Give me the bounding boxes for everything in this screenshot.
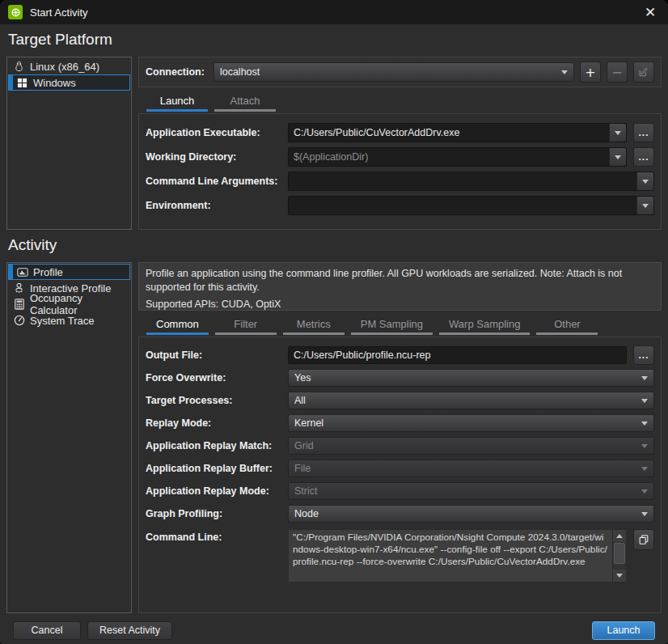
connection-label: Connection:: [146, 66, 205, 78]
chevron-down-icon: [561, 70, 568, 74]
command-line-label: Command Line:: [146, 529, 288, 543]
output-file-row: Output File: C:/Users/Public/profile.ncu…: [146, 346, 654, 364]
application-replay-buffer-label: Application Replay Buffer:: [146, 463, 288, 474]
activity-item-profile[interactable]: Profile: [8, 264, 130, 280]
connection-select[interactable]: localhost: [214, 62, 574, 82]
add-connection-button[interactable]: +: [580, 61, 601, 83]
working-directory-row: Working Directory: $(ApplicationDir) ...: [146, 147, 654, 167]
chevron-down-icon[interactable]: [609, 148, 626, 166]
platform-list: Linux (x86_64) Windows: [6, 57, 132, 230]
application-executable-label: Application Executable:: [146, 127, 288, 138]
tab-warp-sampling[interactable]: Warp Sampling: [439, 314, 530, 335]
working-directory-label: Working Directory:: [146, 151, 288, 163]
force-overwrite-label: Force Overwrite:: [146, 372, 288, 383]
environment-label: Environment:: [146, 200, 288, 211]
tab-common[interactable]: Common: [146, 314, 209, 335]
application-executable-browse-button[interactable]: ...: [633, 123, 654, 142]
application-executable-combo[interactable]: C:/Users/Public/CuVectorAddDrv.exe: [288, 123, 627, 142]
chevron-down-icon: [641, 444, 648, 448]
replay-mode-row: Replay Mode: Kernel: [146, 414, 654, 432]
output-file-browse-button[interactable]: ...: [633, 345, 654, 365]
graph-profiling-select[interactable]: Node: [288, 505, 654, 523]
command-line-arguments-combo[interactable]: [288, 172, 654, 191]
target-processes-select[interactable]: All: [288, 392, 654, 409]
close-icon[interactable]: ✕: [641, 2, 660, 22]
calculator-icon: [13, 299, 25, 311]
scrollbar[interactable]: [612, 530, 626, 582]
tab-launch[interactable]: Launch: [146, 91, 208, 112]
target-platform-heading: Target Platform: [8, 31, 662, 52]
activity-item-system-trace[interactable]: System Trace: [8, 312, 130, 328]
activity-heading: Activity: [8, 236, 662, 257]
command-line-text: "C:/Program Files/NVIDIA Corporation/Nsi…: [289, 530, 612, 582]
common-settings-group: Output File: C:/Users/Public/profile.ncu…: [138, 337, 662, 613]
tab-pm-sampling[interactable]: PM Sampling: [351, 314, 433, 335]
reset-activity-button[interactable]: Reset Activity: [87, 621, 172, 640]
chevron-down-icon: [641, 467, 648, 471]
graph-profiling-label: Graph Profiling:: [146, 508, 288, 519]
chevron-down-icon[interactable]: [636, 172, 653, 190]
target-processes-label: Target Processes:: [146, 395, 288, 406]
activity-supported-apis: Supported APIs: CUDA, OptiX: [146, 298, 654, 311]
tab-filter[interactable]: Filter: [215, 314, 277, 335]
person-icon: [13, 282, 25, 294]
target-processes-row: Target Processes: All: [146, 392, 654, 409]
activity-item-label: System Trace: [30, 315, 94, 327]
window-title: Start Activity: [30, 6, 88, 19]
application-replay-buffer-select: File: [288, 460, 654, 477]
command-line-preview: "C:/Program Files/NVIDIA Corporation/Nsi…: [288, 529, 627, 583]
application-replay-mode-select: Strict: [288, 482, 654, 500]
chevron-down-icon: [641, 422, 648, 426]
replay-mode-label: Replay Mode:: [146, 417, 288, 429]
connection-group: Connection: localhost + −: [138, 57, 662, 87]
application-replay-buffer-row: Application Replay Buffer: File: [146, 460, 654, 477]
launch-button[interactable]: Launch: [592, 621, 655, 640]
scroll-down-icon[interactable]: [613, 570, 626, 582]
environment-row: Environment:: [146, 196, 654, 215]
tab-metrics[interactable]: Metrics: [283, 314, 345, 335]
platform-item-windows[interactable]: Windows: [8, 74, 130, 91]
profile-chart-icon: [16, 266, 28, 278]
command-line-arguments-label: Command Line Arguments:: [146, 176, 288, 187]
command-line-arguments-row: Command Line Arguments:: [146, 172, 654, 191]
application-replay-mode-row: Application Replay Mode: Strict: [146, 482, 654, 500]
tab-attach[interactable]: Attach: [214, 91, 276, 112]
application-replay-mode-label: Application Replay Mode:: [146, 485, 288, 497]
start-activity-dialog: Start Activity ✕ Target Platform Linux (: [0, 0, 668, 644]
working-directory-combo[interactable]: $(ApplicationDir): [288, 147, 627, 167]
edit-connection-button[interactable]: [633, 61, 654, 83]
scrollbar-track[interactable]: [613, 542, 626, 570]
application-executable-row: Application Executable: C:/Users/Public/…: [146, 123, 654, 142]
tab-other[interactable]: Other: [536, 314, 598, 335]
output-file-input[interactable]: C:/Users/Public/profile.ncu-rep: [288, 346, 627, 364]
launch-settings-group: Application Executable: C:/Users/Public/…: [138, 113, 662, 230]
copy-icon[interactable]: [633, 529, 654, 550]
chevron-down-icon[interactable]: [636, 197, 653, 214]
chevron-down-icon: [641, 489, 648, 494]
chevron-down-icon[interactable]: [609, 124, 626, 142]
output-file-label: Output File:: [146, 350, 288, 361]
nsight-compute-app-icon: [8, 5, 23, 19]
platform-item-linux[interactable]: Linux (x86_64): [8, 58, 130, 74]
scrollbar-thumb[interactable]: [614, 543, 625, 564]
working-directory-browse-button[interactable]: ...: [633, 147, 654, 167]
platform-item-label: Windows: [33, 77, 76, 89]
windows-icon: [16, 77, 28, 89]
environment-combo[interactable]: [288, 196, 654, 215]
platform-item-label: Linux (x86_64): [30, 61, 99, 73]
chevron-down-icon: [641, 376, 648, 380]
remove-connection-button[interactable]: −: [607, 61, 628, 83]
force-overwrite-row: Force Overwrite: Yes: [146, 369, 654, 387]
launch-attach-tabs: Launch Attach: [138, 91, 662, 112]
scroll-up-icon[interactable]: [613, 530, 626, 542]
activity-item-occupancy-calculator[interactable]: Occupancy Calculator: [8, 296, 130, 312]
cancel-button[interactable]: Cancel: [13, 621, 81, 640]
application-replay-match-label: Application Replay Match:: [146, 440, 288, 451]
activity-description: Profile an application using the command…: [138, 262, 662, 311]
replay-mode-select[interactable]: Kernel: [288, 414, 654, 432]
chevron-down-icon: [641, 512, 648, 516]
titlebar: Start Activity ✕: [0, 0, 668, 24]
graph-profiling-row: Graph Profiling: Node: [146, 505, 654, 523]
command-line-row: Command Line: "C:/Program Files/NVIDIA C…: [146, 529, 654, 583]
force-overwrite-select[interactable]: Yes: [288, 369, 654, 387]
